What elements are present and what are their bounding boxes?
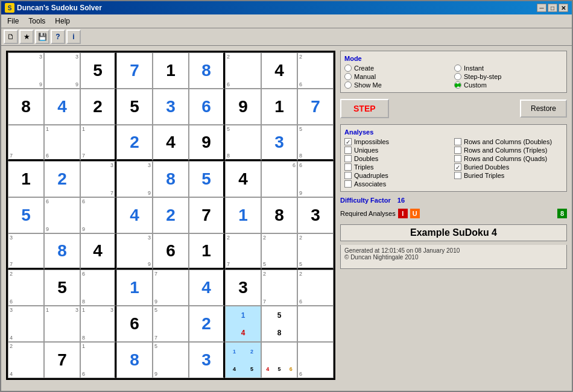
sudoku-cell[interactable]: 58	[297, 125, 334, 161]
sudoku-cell[interactable]: 7	[116, 52, 153, 89]
sudoku-cell[interactable]: 39	[8, 52, 44, 89]
sudoku-cell[interactable]: 4	[189, 270, 225, 306]
check-triples[interactable]: Triples	[344, 163, 453, 171]
check-rows-doubles[interactable]: Rows and Columns (Doubles)	[454, 138, 563, 145]
sudoku-cell[interactable]: 5	[80, 52, 116, 89]
sudoku-cell[interactable]: 79	[153, 270, 189, 306]
check-buried-triples[interactable]: Buried Triples	[454, 172, 563, 179]
sudoku-cell[interactable]: 14	[225, 306, 261, 342]
sudoku-cell[interactable]: 69	[44, 197, 80, 233]
mode-show-me[interactable]: Show Me	[344, 81, 453, 89]
radio-create[interactable]	[344, 65, 352, 72]
close-button[interactable]: ✕	[559, 4, 568, 12]
help-menu[interactable]: Help	[51, 16, 74, 27]
sudoku-cell[interactable]: 4	[116, 197, 153, 233]
checkbox-impossibles[interactable]: ✓	[344, 138, 352, 145]
sudoku-cell[interactable]: 5	[189, 161, 225, 197]
sudoku-cell[interactable]: 4	[153, 125, 189, 161]
checkbox-rows-quads[interactable]	[454, 155, 461, 162]
check-associates[interactable]: Associates	[344, 180, 453, 188]
sudoku-cell[interactable]: 138	[80, 306, 116, 342]
sudoku-cell[interactable]: 37	[8, 233, 44, 270]
sudoku-cell[interactable]: 8	[116, 342, 153, 378]
file-menu[interactable]: File	[4, 16, 22, 27]
mode-custom[interactable]: Custom	[454, 81, 563, 89]
sudoku-cell[interactable]: 6	[116, 306, 153, 342]
sudoku-cell[interactable]: 1245	[225, 342, 261, 378]
sudoku-cell[interactable]: 4	[225, 161, 261, 197]
checkbox-doubles[interactable]	[344, 155, 352, 162]
check-uniques[interactable]: Uniques	[344, 147, 453, 154]
sudoku-cell[interactable]: 39	[44, 52, 80, 89]
sudoku-cell[interactable]: 1	[225, 197, 261, 233]
sudoku-cell[interactable]: 59	[153, 342, 189, 378]
sudoku-cell[interactable]: 16	[44, 125, 80, 161]
sudoku-cell[interactable]: 16	[80, 342, 116, 378]
radio-instant[interactable]	[454, 65, 461, 72]
sudoku-cell[interactable]: 3	[225, 270, 261, 306]
sudoku-cell[interactable]: 3	[153, 89, 189, 125]
radio-show-me[interactable]	[344, 81, 352, 89]
new-button[interactable]: 🗋	[4, 30, 18, 44]
check-rows-quads[interactable]: Rows and Columns (Quads)	[454, 155, 563, 162]
sudoku-cell[interactable]: 37	[80, 161, 116, 197]
check-doubles[interactable]: Doubles	[344, 155, 453, 162]
restore-button[interactable]: Restore	[520, 100, 567, 118]
sudoku-cell[interactable]: 6	[261, 161, 297, 197]
checkbox-associates[interactable]	[344, 180, 352, 188]
mode-manual[interactable]: Manual	[344, 73, 453, 80]
sudoku-cell[interactable]: 1	[261, 89, 297, 125]
sudoku-cell[interactable]: 2	[44, 161, 80, 197]
checkbox-buried-triples[interactable]	[454, 172, 461, 179]
sudoku-cell[interactable]: 25	[297, 233, 334, 270]
favorite-button[interactable]: ★	[19, 30, 34, 44]
sudoku-cell[interactable]: 34	[8, 306, 44, 342]
sudoku-cell[interactable]: 58	[261, 306, 297, 342]
check-buried-doubles[interactable]: ✓ Buried Doubles	[454, 163, 563, 171]
checkbox-rows-doubles[interactable]	[454, 138, 461, 145]
sudoku-cell[interactable]: 4	[261, 52, 297, 89]
checkbox-triples[interactable]	[344, 163, 352, 171]
sudoku-cell[interactable]: 2	[189, 306, 225, 342]
sudoku-cell[interactable]: 4	[80, 233, 116, 270]
sudoku-cell[interactable]: 26	[8, 270, 44, 306]
sudoku-cell[interactable]: 27	[261, 270, 297, 306]
sudoku-cell[interactable]: 8	[8, 89, 44, 125]
radio-custom[interactable]	[454, 81, 461, 89]
sudoku-cell[interactable]: 5	[116, 89, 153, 125]
sudoku-cell[interactable]: 58	[225, 125, 261, 161]
mode-instant[interactable]: Instant	[454, 65, 563, 72]
sudoku-cell[interactable]: 4	[44, 89, 80, 125]
minimize-button[interactable]: ─	[537, 4, 546, 12]
step-button[interactable]: STEP	[340, 99, 389, 118]
sudoku-cell[interactable]: 7	[44, 342, 80, 378]
sudoku-cell[interactable]: 6	[297, 342, 334, 378]
sudoku-cell[interactable]: 9	[189, 125, 225, 161]
help-button[interactable]: ?	[51, 30, 65, 44]
sudoku-cell[interactable]: 26	[225, 52, 261, 89]
sudoku-cell[interactable]: 27	[225, 233, 261, 270]
sudoku-cell[interactable]: 26	[297, 270, 334, 306]
sudoku-cell[interactable]: 5	[44, 270, 80, 306]
sudoku-cell[interactable]: 1	[153, 52, 189, 89]
check-rows-triples[interactable]: Rows and Columns (Triples)	[454, 147, 563, 154]
sudoku-cell[interactable]: 1	[189, 233, 225, 270]
sudoku-cell[interactable]: 25	[261, 233, 297, 270]
sudoku-cell[interactable]: 8	[44, 233, 80, 270]
sudoku-cell[interactable]	[297, 306, 334, 342]
sudoku-cell[interactable]: 2	[153, 197, 189, 233]
maximize-button[interactable]: □	[548, 4, 557, 12]
radio-manual[interactable]	[344, 73, 352, 80]
sudoku-cell[interactable]: 8	[153, 161, 189, 197]
mode-create[interactable]: Create	[344, 65, 453, 72]
checkbox-quadruples[interactable]	[344, 172, 352, 179]
info-button[interactable]: i	[66, 30, 81, 44]
sudoku-cell[interactable]: 1	[116, 270, 153, 306]
sudoku-cell[interactable]: 3	[189, 342, 225, 378]
sudoku-cell[interactable]: 6	[189, 89, 225, 125]
sudoku-cell[interactable]: 7	[297, 89, 334, 125]
sudoku-cell[interactable]: 69	[297, 161, 334, 197]
sudoku-cell[interactable]: 7	[8, 125, 44, 161]
mode-step-by-step[interactable]: Step-by-step	[454, 73, 563, 80]
sudoku-cell[interactable]: 69	[80, 197, 116, 233]
